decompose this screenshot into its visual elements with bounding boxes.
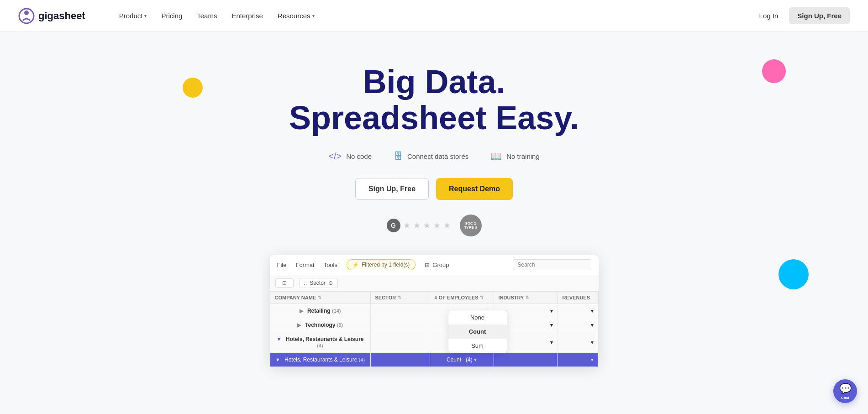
star-2: ★	[413, 220, 421, 231]
star-1: ★	[403, 220, 410, 231]
feature-connect-data: 🗄 Connect data stores	[394, 151, 468, 162]
feature-no-code: </> No code	[328, 151, 372, 162]
ss-filter-label: Filtered by 1 field(s)	[362, 262, 410, 268]
table-row: ▶ Retailing (14) ▾ ▾ ▾	[270, 304, 598, 318]
spreadsheet-preview: File Format Tools ⚡ Filtered by 1 field(…	[270, 255, 599, 367]
signup-hero-button[interactable]: Sign Up, Free	[355, 178, 429, 200]
nav-pricing[interactable]: Pricing	[155, 8, 189, 23]
feature-no-training: 📖 No training	[490, 151, 540, 162]
table-row: ▶ Technology (9) ▾ ▾ ▾	[270, 318, 598, 332]
ss-info-icon: ⊙	[328, 280, 333, 286]
database-icon: 🗄	[394, 151, 403, 162]
star-4: ★	[433, 220, 441, 231]
expand-icon: ▶	[300, 308, 303, 314]
chat-label: Chat	[841, 396, 849, 400]
nav-actions: Log In Sign Up, Free	[754, 7, 850, 24]
sort-icon: ⇅	[318, 295, 321, 300]
dropdown-item-sum[interactable]: Sum	[448, 339, 507, 353]
table-row: ▼ Hotels, Restaurants & Leisure (4) Coun…	[270, 353, 598, 367]
nav-teams[interactable]: Teams	[190, 8, 223, 23]
expand-icon: ▼	[277, 336, 282, 342]
deco-blue-circle	[779, 259, 809, 289]
hero-badges: G ★ ★ ★ ★ ★ SOC 2TYPE II	[18, 215, 850, 236]
hero-title-line1: Big Data.	[363, 63, 505, 100]
logo-text: gigasheet	[38, 10, 85, 22]
ss-file-menu[interactable]: File	[277, 262, 287, 268]
ss-dropdown-popup: None Count Sum	[448, 310, 507, 353]
dropdown-item-count[interactable]: Count	[448, 325, 507, 339]
product-chevron-icon: ▾	[144, 13, 147, 18]
ss-sector-label: Sector	[310, 280, 326, 286]
hero-title: Big Data. Spreadsheet Easy.	[18, 64, 850, 136]
ss-format-menu[interactable]: Format	[295, 262, 314, 268]
rating-badge: G ★ ★ ★ ★ ★	[387, 219, 451, 232]
ss-group-label: Group	[432, 262, 449, 268]
book-icon: 📖	[490, 151, 502, 162]
logo-link[interactable]: gigasheet	[18, 8, 85, 24]
ss-formula-bar: ⊡ :: Sector ⊙	[270, 275, 599, 291]
g2-logo: G	[387, 219, 400, 232]
feature-no-code-label: No code	[346, 152, 372, 160]
feature-connect-label: Connect data stores	[407, 152, 468, 160]
col-employees: # OF EMPLOYEES ⇅	[430, 292, 494, 304]
star-3: ★	[423, 220, 431, 231]
nav-links: Product ▾ Pricing Teams Enterprise Resou…	[113, 8, 754, 23]
ss-filter-button[interactable]: ⚡ Filtered by 1 field(s)	[347, 259, 416, 270]
table-row: ▼ Hotels, Restaurants & Leisure (4) ▾ ▾	[270, 332, 598, 353]
logo-icon	[18, 8, 35, 24]
sort-icon-sector: ⇅	[398, 295, 401, 300]
feature-no-training-label: No training	[506, 152, 540, 160]
grid-icon: ::	[304, 280, 307, 286]
code-icon: </>	[328, 151, 342, 162]
star-5: ★	[443, 220, 451, 231]
hero-title-line2: Spreadsheet Easy.	[289, 100, 579, 136]
ss-sector-tag: :: Sector ⊙	[299, 278, 338, 288]
chat-button[interactable]: 💬 Chat	[833, 379, 857, 403]
ss-tools-menu[interactable]: Tools	[324, 262, 337, 268]
chat-icon: 💬	[839, 383, 852, 395]
resources-chevron-icon: ▾	[312, 13, 315, 18]
nav-enterprise[interactable]: Enterprise	[225, 8, 269, 23]
expand-icon: ▶	[297, 322, 301, 328]
col-revenues: REVENUES	[558, 292, 598, 304]
ss-cell-ref: ⊡	[275, 278, 294, 288]
soc2-badge: SOC 2TYPE II	[460, 215, 482, 236]
navbar: gigasheet Product ▾ Pricing Teams Enterp…	[0, 0, 868, 32]
signup-nav-button[interactable]: Sign Up, Free	[789, 7, 850, 24]
filter-icon: ⚡	[352, 262, 359, 268]
group-icon: ⊞	[425, 262, 430, 268]
login-button[interactable]: Log In	[754, 8, 784, 23]
demo-button[interactable]: Request Demo	[436, 178, 513, 200]
hero-section: Big Data. Spreadsheet Easy. </> No code …	[0, 32, 868, 390]
dropdown-item-none[interactable]: None	[448, 310, 507, 325]
sort-icon-ind: ⇅	[526, 295, 529, 300]
nav-resources[interactable]: Resources ▾	[271, 8, 321, 23]
ss-search-input[interactable]	[513, 259, 591, 270]
svg-point-1	[24, 10, 29, 15]
expand-icon: ▼	[275, 357, 280, 362]
ss-group-button[interactable]: ⊞ Group	[425, 262, 449, 268]
hero-features: </> No code 🗄 Connect data stores 📖 No t…	[18, 151, 850, 162]
nav-product[interactable]: Product ▾	[113, 8, 153, 23]
ss-table: COMPANY NAME ⇅ SECTOR ⇅ # OF EMPLOYEES ⇅…	[270, 291, 599, 367]
hero-buttons: Sign Up, Free Request Demo	[18, 178, 850, 200]
sort-icon-emp: ⇅	[480, 295, 484, 300]
col-company-name: COMPANY NAME ⇅	[270, 292, 370, 304]
ss-toolbar: File Format Tools ⚡ Filtered by 1 field(…	[270, 255, 599, 275]
col-sector: SECTOR ⇅	[370, 292, 430, 304]
col-industry: INDUSTRY ⇅	[494, 292, 558, 304]
